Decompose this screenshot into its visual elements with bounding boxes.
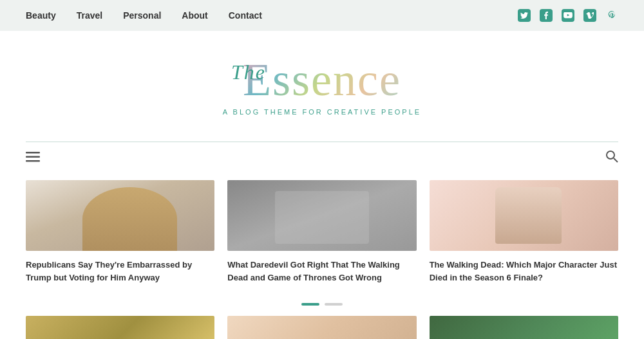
article-title-3: The Walking Dead: Which Major Character … <box>430 259 618 284</box>
svg-rect-2 <box>26 160 40 162</box>
vimeo-icon[interactable] <box>583 9 596 22</box>
site-title: The Essence <box>243 57 401 103</box>
youtube-icon[interactable] <box>562 9 574 22</box>
title-the: The <box>231 62 266 82</box>
social-icons <box>518 9 618 22</box>
facebook-icon[interactable] <box>540 9 553 22</box>
twitter-icon[interactable] <box>518 9 531 22</box>
bottom-thumb-3 <box>430 316 618 339</box>
search-button[interactable] <box>605 150 618 166</box>
article-card-2: What Daredevil Got Right That The Walkin… <box>227 180 416 284</box>
nav-travel[interactable]: Travel <box>77 10 102 21</box>
article-thumb-3 <box>430 180 618 251</box>
svg-point-3 <box>607 151 614 159</box>
site-tagline: A BLOG THEME FOR CREATIVE PEOPLE <box>0 108 644 116</box>
menu-button[interactable] <box>26 151 40 165</box>
bottom-row <box>0 316 644 339</box>
toolbar <box>0 142 644 174</box>
pagination-dot-1[interactable] <box>301 303 319 306</box>
nav-personal[interactable]: Personal <box>123 10 161 21</box>
article-card-3: The Walking Dead: Which Major Character … <box>430 180 618 284</box>
bottom-thumb-1 <box>26 316 214 339</box>
nav-links: Beauty Travel Personal About Contact <box>26 10 262 21</box>
pinterest-icon[interactable] <box>605 9 618 22</box>
pagination-dot-2[interactable] <box>325 303 343 306</box>
article-thumb-2 <box>227 180 416 251</box>
nav-beauty[interactable]: Beauty <box>26 10 56 21</box>
articles-row: Republicans Say They're Embarrassed by T… <box>0 174 644 297</box>
article-title-2: What Daredevil Got Right That The Walkin… <box>227 259 416 284</box>
nav-about[interactable]: About <box>182 10 207 21</box>
svg-rect-0 <box>26 152 40 154</box>
article-thumb-1 <box>26 180 214 251</box>
svg-line-4 <box>614 158 618 162</box>
main-nav: Beauty Travel Personal About Contact <box>0 0 644 31</box>
site-header: The Essence A BLOG THEME FOR CREATIVE PE… <box>0 31 644 129</box>
title-main: Essence <box>243 54 401 105</box>
svg-rect-1 <box>26 156 40 158</box>
article-title-1: Republicans Say They're Embarrassed by T… <box>26 259 214 284</box>
bottom-thumb-2 <box>227 316 416 339</box>
article-card-1: Republicans Say They're Embarrassed by T… <box>26 180 214 284</box>
nav-contact[interactable]: Contact <box>229 10 262 21</box>
pagination <box>0 297 644 316</box>
